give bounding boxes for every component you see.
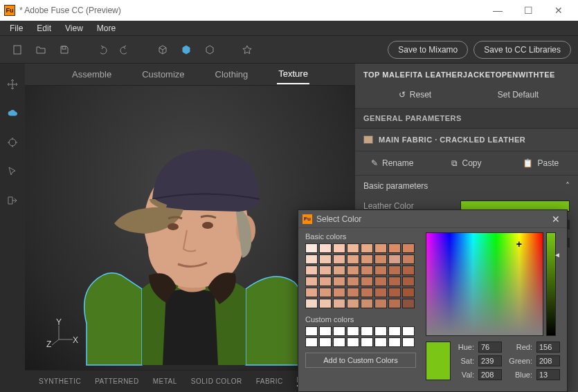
material-row[interactable]: MAIN FABRIC · CRACKLED LEATHER	[355, 129, 578, 151]
basic-swatch[interactable]	[361, 299, 373, 308]
basic-swatch[interactable]	[347, 265, 359, 275]
custom-swatch[interactable]	[361, 326, 373, 336]
basic-swatch[interactable]	[361, 277, 373, 286]
basic-swatch[interactable]	[333, 288, 345, 297]
tab-assemble[interactable]: Assemble	[71, 65, 113, 84]
save-mixamo-button[interactable]: Save to Mixamo	[388, 41, 468, 59]
export-tool-icon[interactable]	[6, 194, 19, 207]
set-default-button[interactable]: Set Default	[467, 90, 570, 100]
custom-swatch[interactable]	[305, 326, 318, 336]
basic-swatch[interactable]	[361, 243, 373, 253]
basic-swatch[interactable]	[374, 254, 387, 264]
custom-swatch[interactable]	[402, 326, 415, 336]
menu-view[interactable]: View	[58, 22, 90, 35]
basic-swatch[interactable]	[305, 277, 318, 286]
basic-swatch[interactable]	[305, 243, 318, 253]
custom-swatch[interactable]	[388, 326, 401, 336]
basic-swatch[interactable]	[319, 288, 332, 297]
custom-swatch[interactable]	[347, 337, 359, 347]
basic-swatch[interactable]	[319, 265, 332, 275]
close-button[interactable]: ✕	[543, 0, 574, 21]
basic-swatch[interactable]	[319, 254, 332, 264]
paste-button[interactable]: 📋Paste	[504, 158, 578, 168]
mtab-metal[interactable]: METAL	[153, 377, 177, 385]
basic-swatch[interactable]	[347, 254, 359, 264]
custom-swatch[interactable]	[374, 326, 387, 336]
basic-swatch[interactable]	[333, 299, 345, 308]
save-cc-button[interactable]: Save to CC Libraries	[473, 41, 571, 59]
val-input[interactable]	[478, 369, 502, 380]
basic-params-header[interactable]: Basic parameters ˄	[355, 176, 578, 196]
basic-swatch[interactable]	[402, 299, 415, 308]
mtab-patterned[interactable]: PATTERNED	[95, 377, 139, 385]
custom-swatch[interactable]	[388, 337, 401, 347]
basic-swatch[interactable]	[347, 243, 359, 253]
custom-swatch[interactable]	[319, 326, 332, 336]
save-icon[interactable]	[54, 39, 75, 60]
basic-swatch[interactable]	[374, 299, 387, 308]
basic-swatch[interactable]	[347, 277, 359, 286]
basic-swatch[interactable]	[333, 277, 345, 286]
menu-file[interactable]: File	[3, 22, 30, 35]
basic-swatch[interactable]	[361, 288, 373, 297]
cube-shaded-icon[interactable]	[176, 39, 197, 60]
mtab-synthetic[interactable]: SYNTHETIC	[39, 377, 81, 385]
basic-swatch[interactable]	[374, 243, 387, 253]
section-general[interactable]: GENERAL PARAMETERS	[355, 109, 578, 129]
custom-swatch[interactable]	[347, 326, 359, 336]
red-input[interactable]	[536, 342, 560, 353]
basic-swatch[interactable]	[388, 254, 401, 264]
sat-input[interactable]	[478, 355, 502, 366]
basic-swatch[interactable]	[333, 254, 345, 264]
basic-swatch[interactable]	[402, 277, 415, 286]
custom-swatch[interactable]	[374, 337, 387, 347]
blue-input[interactable]	[536, 369, 560, 380]
basic-swatch[interactable]	[388, 299, 401, 308]
undo-icon[interactable]	[91, 39, 112, 60]
basic-swatch[interactable]	[402, 288, 415, 297]
rename-button[interactable]: ✎Rename	[355, 158, 429, 168]
custom-swatch[interactable]	[333, 337, 345, 347]
color-gradient[interactable]: +	[426, 232, 543, 336]
custom-swatch[interactable]	[305, 337, 318, 347]
basic-swatch[interactable]	[333, 265, 345, 275]
star-icon[interactable]	[237, 39, 258, 60]
basic-swatch[interactable]	[402, 254, 415, 264]
custom-swatch[interactable]	[333, 326, 345, 336]
basic-swatch[interactable]	[388, 288, 401, 297]
custom-swatch[interactable]	[402, 337, 415, 347]
basic-swatch[interactable]	[402, 243, 415, 253]
basic-swatch[interactable]	[388, 277, 401, 286]
basic-swatch[interactable]	[319, 299, 332, 308]
tab-texture[interactable]: Texture	[277, 64, 309, 84]
cube-solid-icon[interactable]	[199, 39, 220, 60]
basic-swatch[interactable]	[305, 254, 318, 264]
copy-button[interactable]: ⧉Copy	[429, 158, 503, 168]
tab-clothing[interactable]: Clothing	[214, 65, 250, 84]
add-custom-button[interactable]: Add to Custom Colors	[305, 353, 416, 368]
cube-wire-icon[interactable]	[152, 39, 173, 60]
basic-swatch[interactable]	[374, 277, 387, 286]
basic-swatch[interactable]	[374, 265, 387, 275]
basic-swatch[interactable]	[333, 243, 345, 253]
custom-swatch[interactable]	[361, 337, 373, 347]
basic-swatch[interactable]	[305, 265, 318, 275]
tab-customize[interactable]: Customize	[141, 65, 186, 84]
basic-swatch[interactable]	[402, 265, 415, 275]
basic-swatch[interactable]	[374, 288, 387, 297]
maximize-button[interactable]: ☐	[513, 0, 543, 21]
basic-swatch[interactable]	[305, 299, 318, 308]
menu-edit[interactable]: Edit	[30, 22, 58, 35]
basic-swatch[interactable]	[388, 265, 401, 275]
mtab-fabric[interactable]: FABRIC	[256, 377, 283, 385]
custom-swatch[interactable]	[319, 337, 332, 347]
green-input[interactable]	[536, 355, 560, 366]
hue-input[interactable]	[478, 342, 502, 353]
basic-swatch[interactable]	[347, 288, 359, 297]
basic-swatch[interactable]	[388, 243, 401, 253]
dialog-header[interactable]: Fu Select Color ✕	[298, 210, 567, 228]
menu-more[interactable]: More	[90, 22, 123, 35]
minimize-button[interactable]: —	[482, 0, 513, 21]
new-icon[interactable]	[7, 39, 28, 60]
basic-swatch[interactable]	[347, 299, 359, 308]
